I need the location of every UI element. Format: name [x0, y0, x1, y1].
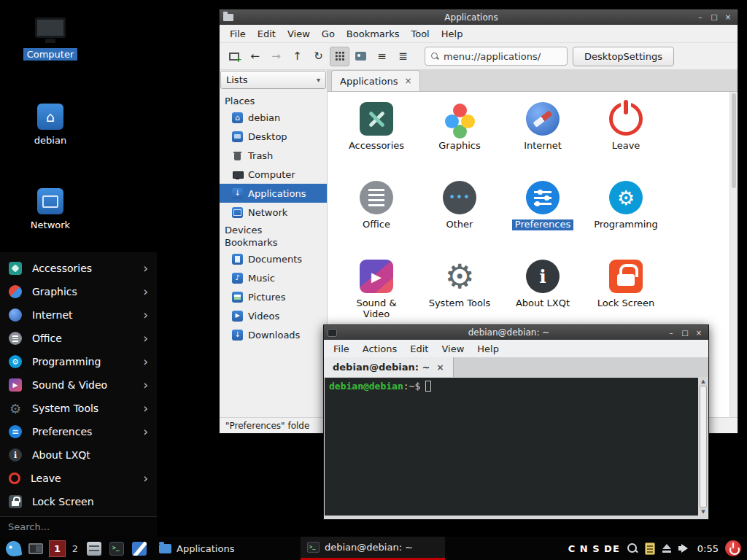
start-menu-button[interactable]: [4, 539, 23, 558]
path-bar[interactable]: menu://applications/: [425, 47, 568, 66]
menu-item-sound-video[interactable]: Sound & Video›: [0, 373, 157, 397]
menu-item-office[interactable]: Office›: [0, 327, 157, 350]
lists-dropdown[interactable]: Lists ▾: [220, 71, 326, 89]
desktop-icon-computer[interactable]: Computer: [20, 15, 81, 61]
menu-help[interactable]: Help: [471, 342, 506, 356]
network-icon: [37, 185, 63, 217]
forward-button[interactable]: →: [266, 47, 286, 66]
clipboard-icon[interactable]: [645, 542, 655, 555]
scroll-down-icon[interactable]: ▼: [701, 509, 705, 515]
app-label: Programming: [594, 219, 658, 230]
menu-item-graphics[interactable]: Graphics›: [0, 280, 157, 303]
sidebar-item-videos[interactable]: Videos: [220, 306, 327, 325]
desktop-pager-button[interactable]: [26, 539, 45, 558]
file-manager-icon: [87, 542, 101, 556]
scroll-up-icon[interactable]: ▲: [701, 378, 705, 384]
desktop-icon-debian[interactable]: ⌂ debian: [20, 101, 81, 147]
eject-icon[interactable]: [662, 543, 672, 554]
up-button[interactable]: ↑: [287, 47, 307, 66]
detailed-view-button[interactable]: ≣: [393, 47, 413, 66]
vertical-scrollbar[interactable]: [729, 92, 738, 417]
terminal-scrollbar[interactable]: ▲ ▼: [698, 378, 708, 516]
sidebar-item-trash[interactable]: Trash: [220, 146, 327, 165]
close-icon[interactable]: ×: [722, 12, 734, 23]
menu-bookmarks[interactable]: Bookmarks: [341, 27, 406, 41]
new-tab-button[interactable]: [224, 47, 244, 66]
app-leave[interactable]: Leave: [584, 101, 667, 179]
menu-item-preferences[interactable]: Preferences›: [0, 420, 157, 443]
tab-close-icon[interactable]: ×: [404, 76, 411, 86]
menu-go[interactable]: Go: [316, 27, 341, 41]
start-menu-search-input[interactable]: Search...: [0, 516, 157, 537]
menu-item-about-lxqt[interactable]: About LXQt: [0, 443, 157, 467]
desktop-icon-network[interactable]: Network: [20, 185, 81, 231]
sidebar-item-network[interactable]: Network: [220, 203, 327, 222]
quicklaunch-text-editor[interactable]: [130, 539, 149, 558]
terminal-titlebar[interactable]: debian@debian: ~ – □ ×: [324, 325, 708, 340]
clock[interactable]: 0:55: [697, 543, 719, 554]
task-terminal[interactable]: debian@debian: ~: [301, 537, 445, 560]
app-other[interactable]: Other: [418, 179, 501, 258]
menu-file[interactable]: File: [327, 342, 356, 356]
menu-actions[interactable]: Actions: [356, 342, 404, 356]
sidebar-item-pictures[interactable]: Pictures: [220, 287, 327, 306]
app-preferences[interactable]: Preferences: [501, 179, 584, 258]
sidebar-item-debian[interactable]: debian: [220, 108, 327, 127]
sidebar-item-downloads[interactable]: Downloads: [220, 325, 327, 344]
tab-close-icon[interactable]: ×: [436, 362, 444, 373]
sidebar-item-music[interactable]: Music: [220, 268, 327, 287]
menu-tool[interactable]: Tool: [405, 27, 435, 41]
menu-item-leave[interactable]: Leave›: [0, 467, 157, 490]
terminal-tab[interactable]: debian@debian: ~ ×: [324, 357, 454, 377]
close-icon[interactable]: ×: [693, 327, 705, 338]
sidebar-item-applications[interactable]: Applications: [220, 184, 327, 203]
terminal-icon: [109, 542, 124, 556]
workspace-1-button[interactable]: 1: [49, 540, 66, 557]
back-button[interactable]: ←: [245, 47, 265, 66]
desktop-settings-button[interactable]: DesktopSettings: [573, 47, 674, 66]
compact-view-button[interactable]: ≡: [372, 47, 392, 66]
terminal-output[interactable]: debian@debian:~$: [325, 378, 698, 516]
sidebar-item-documents[interactable]: Documents: [220, 249, 327, 268]
menu-view[interactable]: View: [282, 27, 316, 41]
sidebar-item-label: Applications: [248, 188, 306, 199]
app-office[interactable]: Office: [335, 179, 418, 258]
menu-edit[interactable]: Edit: [252, 27, 282, 41]
reload-button[interactable]: ↻: [309, 47, 328, 66]
icon-view-button[interactable]: [330, 47, 349, 66]
app-internet[interactable]: Internet: [501, 101, 584, 179]
power-button[interactable]: [725, 540, 741, 556]
magnifier-icon[interactable]: [627, 542, 638, 554]
menu-item-accessories[interactable]: Accessories›: [0, 257, 157, 280]
workspace-2-button[interactable]: 2: [69, 543, 81, 554]
sidebar-item-label: Pictures: [248, 292, 285, 303]
menu-help[interactable]: Help: [436, 27, 469, 41]
quicklaunch-terminal[interactable]: [107, 539, 126, 558]
sidebar-item-computer[interactable]: Computer: [220, 165, 327, 184]
documents-icon: [232, 254, 243, 265]
sidebar-item-desktop[interactable]: Desktop: [220, 127, 327, 146]
volume-icon[interactable]: [678, 542, 691, 554]
app-programming[interactable]: Programming: [584, 179, 667, 258]
fm-titlebar[interactable]: Applications – □ ×: [220, 9, 738, 25]
menu-item-programming[interactable]: Programming›: [0, 350, 157, 373]
minimize-icon[interactable]: –: [665, 327, 677, 338]
thumbnail-view-button[interactable]: [351, 47, 371, 66]
quicklaunch-file-manager[interactable]: [85, 539, 104, 558]
keyboard-layout-indicator[interactable]: C N S DE: [568, 543, 620, 554]
minimize-icon[interactable]: –: [694, 12, 706, 23]
menu-file[interactable]: File: [224, 27, 252, 41]
menu-item-internet[interactable]: Internet›: [0, 303, 157, 327]
menu-item-lock-screen[interactable]: Lock Screen: [0, 490, 157, 513]
scrollbar-thumb[interactable]: [700, 386, 707, 508]
app-graphics[interactable]: Graphics: [418, 101, 501, 179]
desktop-icon-label: debian: [31, 134, 70, 147]
maximize-icon[interactable]: □: [679, 327, 691, 338]
task-applications[interactable]: Applications: [152, 537, 297, 559]
tab-applications[interactable]: Applications ×: [331, 70, 420, 91]
menu-edit[interactable]: Edit: [403, 342, 435, 356]
maximize-icon[interactable]: □: [708, 12, 720, 23]
app-accessories[interactable]: Accessories: [335, 101, 418, 179]
menu-item-system-tools[interactable]: System Tools›: [0, 397, 157, 420]
menu-view[interactable]: View: [435, 342, 471, 356]
